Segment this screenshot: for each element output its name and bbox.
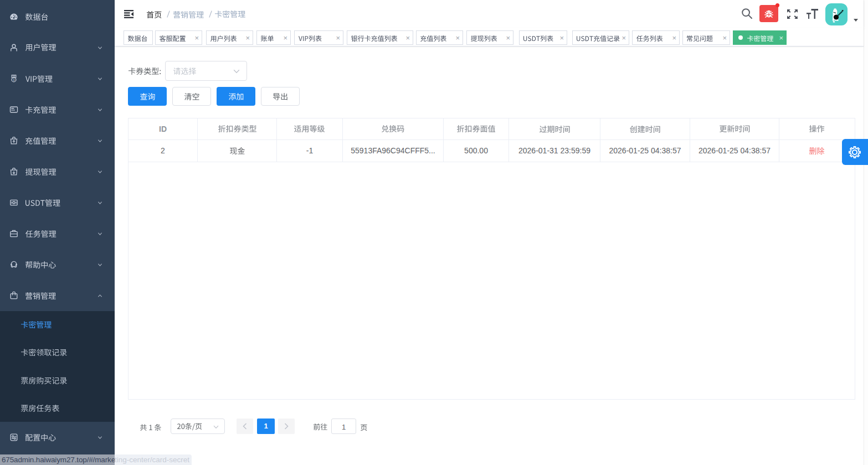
svg-text:1: 1 xyxy=(13,78,14,81)
